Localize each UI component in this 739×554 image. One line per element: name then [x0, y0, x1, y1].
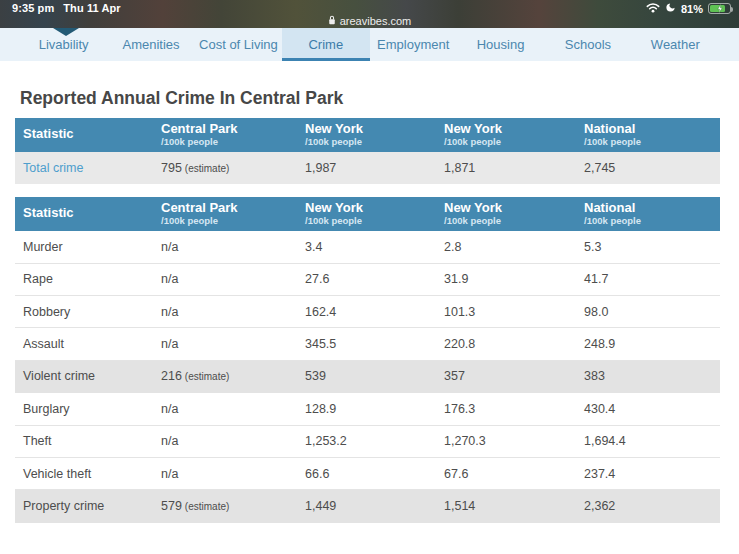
stat-label: Violent crime — [15, 360, 153, 392]
table-row: Assaultn/a345.5220.8248.9 — [15, 328, 720, 360]
stat-label: Property crime — [15, 490, 153, 522]
wifi-icon — [646, 2, 660, 15]
table-row: Total crime795(estimate)1,9871,8712,745 — [15, 152, 720, 184]
stat-value: 383 — [576, 360, 720, 392]
map-callout-pointer-icon — [53, 28, 79, 36]
column-header-central-park: Central Park/100k people — [153, 118, 297, 152]
column-header-statistic: Statistic — [15, 197, 153, 231]
stat-label: Murder — [15, 231, 153, 263]
stat-label[interactable]: Total crime — [15, 152, 153, 184]
stat-value: 220.8 — [436, 328, 576, 360]
stat-value: 345.5 — [297, 328, 436, 360]
stat-value: 430.4 — [576, 393, 720, 425]
stat-value: 2,362 — [576, 490, 720, 522]
clock-time: 9:35 pm — [12, 2, 54, 14]
stat-value: 3.4 — [297, 231, 436, 263]
stat-link[interactable]: Total crime — [23, 161, 83, 175]
stat-value: 1,449 — [297, 490, 436, 522]
browser-url[interactable]: areavibes.com — [0, 15, 739, 27]
tab-crime[interactable]: Crime — [282, 28, 369, 61]
stat-label: Theft — [15, 425, 153, 457]
column-header-new-york: New York/100k people — [436, 197, 576, 231]
section-tab-bar: LivabilityAmenitiesCost of LivingCrimeEm… — [0, 28, 739, 61]
table-row: Theftn/a1,253.21,270.31,694.4 — [15, 425, 720, 457]
tab-housing[interactable]: Housing — [457, 28, 544, 61]
estimate-note: (estimate) — [185, 371, 229, 382]
stat-value: 357 — [436, 360, 576, 392]
table-row: Property crime579(estimate)1,4491,5142,3… — [15, 490, 720, 522]
stat-value: n/a — [153, 328, 297, 360]
tab-weather[interactable]: Weather — [632, 28, 719, 61]
stat-value: n/a — [153, 425, 297, 457]
table-row: Vehicle theftn/a66.667.6237.4 — [15, 457, 720, 489]
stat-value: 98.0 — [576, 296, 720, 328]
page-title: Reported Annual Crime In Central Park — [20, 88, 739, 109]
stat-value: 27.6 — [297, 263, 436, 295]
crime-detail-table: StatisticCentral Park/100k peopleNew Yor… — [15, 197, 720, 523]
stat-label: Burglary — [15, 393, 153, 425]
table-row: Rapen/a27.631.941.7 — [15, 263, 720, 295]
stat-value: 1,694.4 — [576, 425, 720, 457]
stat-value: 216(estimate) — [153, 360, 297, 392]
url-text: areavibes.com — [340, 15, 412, 27]
estimate-note: (estimate) — [185, 501, 229, 512]
stat-value: 795(estimate) — [153, 152, 297, 184]
battery-percent: 81% — [681, 3, 703, 15]
stat-value: 176.3 — [436, 393, 576, 425]
stat-value: 539 — [297, 360, 436, 392]
stat-value: 1,253.2 — [297, 425, 436, 457]
stat-value: 237.4 — [576, 457, 720, 489]
status-bar: 9:35 pm Thu 11 Apr areavibes.com 81% — [0, 0, 739, 28]
stat-value: 2,745 — [576, 152, 720, 184]
column-header-statistic: Statistic — [15, 118, 153, 152]
stat-value: n/a — [153, 457, 297, 489]
stat-value: 128.9 — [297, 393, 436, 425]
tab-cost-of-living[interactable]: Cost of Living — [195, 28, 282, 61]
stat-value: n/a — [153, 393, 297, 425]
stat-value: n/a — [153, 231, 297, 263]
stat-value: 248.9 — [576, 328, 720, 360]
stat-value: 41.7 — [576, 263, 720, 295]
stat-value: 1,987 — [297, 152, 436, 184]
stat-value: n/a — [153, 263, 297, 295]
stat-value: 579(estimate) — [153, 490, 297, 522]
stat-value: 101.3 — [436, 296, 576, 328]
column-header-national: National/100k people — [576, 118, 720, 152]
stat-value: 2.8 — [436, 231, 576, 263]
stat-label: Assault — [15, 328, 153, 360]
column-header-new-york: New York/100k people — [436, 118, 576, 152]
lock-icon — [328, 15, 336, 27]
battery-charging-icon — [708, 3, 731, 14]
clock-date: Thu 11 Apr — [63, 2, 120, 14]
stat-value: 5.3 — [576, 231, 720, 263]
do-not-disturb-moon-icon — [665, 2, 676, 15]
stat-value: 31.9 — [436, 263, 576, 295]
stat-label: Rape — [15, 263, 153, 295]
stat-value: 1,514 — [436, 490, 576, 522]
tab-amenities[interactable]: Amenities — [107, 28, 194, 61]
column-header-new-york: New York/100k people — [297, 118, 436, 152]
table-row: Violent crime216(estimate)539357383 — [15, 360, 720, 392]
crime-summary-table: StatisticCentral Park/100k peopleNew Yor… — [15, 118, 720, 184]
tab-employment[interactable]: Employment — [370, 28, 457, 61]
column-header-central-park: Central Park/100k people — [153, 197, 297, 231]
stat-label: Robbery — [15, 296, 153, 328]
table-row: Murdern/a3.42.85.3 — [15, 231, 720, 263]
column-header-national: National/100k people — [576, 197, 720, 231]
column-header-new-york: New York/100k people — [297, 197, 436, 231]
stat-value: 1,871 — [436, 152, 576, 184]
stat-value: 162.4 — [297, 296, 436, 328]
table-row: Burglaryn/a128.9176.3430.4 — [15, 393, 720, 425]
stat-value: 66.6 — [297, 457, 436, 489]
stat-value: 67.6 — [436, 457, 576, 489]
tab-schools[interactable]: Schools — [544, 28, 631, 61]
table-row: Robberyn/a162.4101.398.0 — [15, 296, 720, 328]
stat-label: Vehicle theft — [15, 457, 153, 489]
stat-value: n/a — [153, 296, 297, 328]
stat-value: 1,270.3 — [436, 425, 576, 457]
estimate-note: (estimate) — [185, 163, 229, 174]
